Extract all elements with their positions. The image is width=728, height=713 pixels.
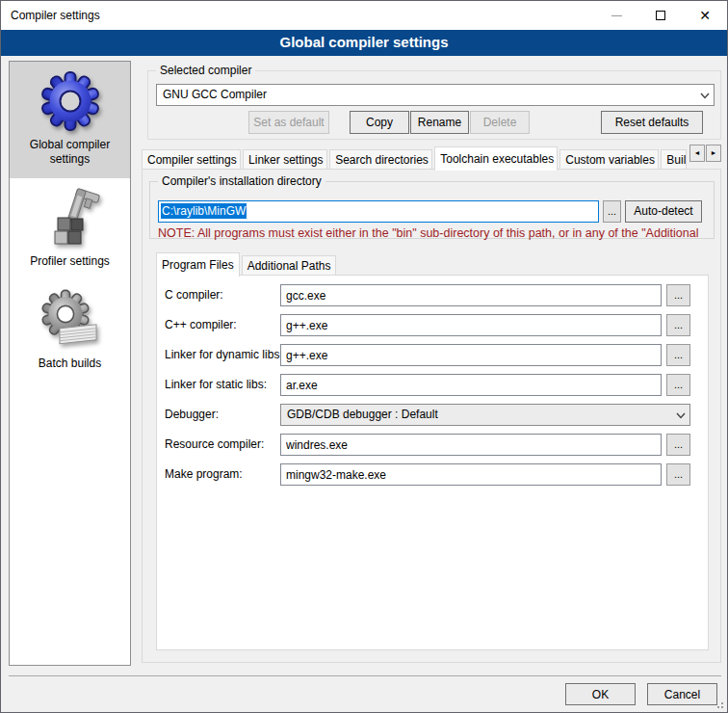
debugger-value: GDB/CDB debugger : Default xyxy=(287,408,438,421)
installation-directory-group-label: Compiler's installation directory xyxy=(158,174,325,188)
maximize-button[interactable] xyxy=(638,1,683,30)
selected-compiler-value: GNU GCC Compiler xyxy=(163,88,267,101)
installation-directory-input[interactable]: C:\raylib\MinGW xyxy=(158,200,599,223)
make-program-label: Make program: xyxy=(165,467,243,481)
blue-gear-icon xyxy=(39,69,102,133)
linker-static-label: Linker for static libs: xyxy=(165,378,267,391)
resource-compiler-browse-button[interactable]: ... xyxy=(666,434,690,456)
resource-compiler-label: Resource compiler: xyxy=(165,437,264,451)
maximize-icon xyxy=(656,11,665,20)
cancel-button[interactable]: Cancel xyxy=(647,683,717,705)
sidebar-item-profiler-settings[interactable]: Profiler settings xyxy=(10,178,130,280)
close-button[interactable]: ✕ xyxy=(683,1,727,30)
sidebar-item-label: Profiler settings xyxy=(30,254,110,268)
reset-defaults-button[interactable]: Reset defaults xyxy=(601,111,703,134)
cpp-compiler-input[interactable] xyxy=(280,314,662,336)
installation-directory-value: C:\raylib\MinGW xyxy=(161,203,247,219)
installation-directory-browse-button[interactable]: ... xyxy=(603,200,621,223)
cpp-compiler-browse-button[interactable]: ... xyxy=(666,314,690,336)
close-icon: ✕ xyxy=(699,9,711,22)
tab-build-options[interactable]: Build options xyxy=(661,149,687,170)
titlebar: Compiler settings ✕ xyxy=(1,1,727,30)
make-program-input[interactable] xyxy=(280,463,662,486)
linker-dynamic-browse-button[interactable]: ... xyxy=(666,344,690,366)
selected-compiler-group: Selected compiler GNU GCC Compiler Set a… xyxy=(147,70,721,140)
sidebar-item-global-compiler-settings[interactable]: Global compiler settings xyxy=(10,62,130,178)
dialog-header: Global compiler settings xyxy=(1,30,727,56)
ok-button[interactable]: OK xyxy=(565,683,636,705)
toolchain-executables-panel: Compiler's installation directory C:\ray… xyxy=(142,169,721,663)
tab-additional-paths[interactable]: Additional Paths xyxy=(242,255,337,276)
tab-scroll-left-icon[interactable]: ◄ xyxy=(689,145,705,162)
c-compiler-label: C compiler: xyxy=(165,288,223,302)
linker-dynamic-label: Linker for dynamic libs: xyxy=(165,348,283,361)
gray-gear-stack-icon xyxy=(39,288,102,352)
tab-linker-settings[interactable]: Linker settings xyxy=(243,149,327,170)
minimize-icon xyxy=(611,15,622,16)
linker-dynamic-input[interactable] xyxy=(280,344,662,366)
resource-compiler-input[interactable] xyxy=(280,434,662,456)
c-compiler-input[interactable] xyxy=(280,284,662,306)
program-files-tabs: Program Files Additional Paths xyxy=(156,251,695,276)
compiler-tabs: Compiler settings Linker settings Search… xyxy=(142,145,721,170)
debugger-dropdown[interactable]: GDB/CDB debugger : Default xyxy=(280,404,690,426)
delete-button[interactable]: Delete xyxy=(470,111,530,134)
installation-directory-group: Compiler's installation directory C:\ray… xyxy=(149,181,715,239)
minimize-button[interactable] xyxy=(594,1,638,30)
tab-program-files[interactable]: Program Files xyxy=(156,252,240,277)
settings-category-list: Global compiler settings Profiler settin… xyxy=(9,61,131,666)
compiler-settings-dialog: Compiler settings ✕ Global compiler sett… xyxy=(0,0,728,713)
linker-static-browse-button[interactable]: ... xyxy=(666,374,690,396)
caliper-icon xyxy=(39,186,102,250)
chevron-down-icon xyxy=(700,92,708,100)
selected-compiler-dropdown[interactable]: GNU GCC Compiler xyxy=(156,84,715,106)
tab-custom-variables[interactable]: Custom variables xyxy=(559,149,659,170)
sidebar-item-label: Global compiler settings xyxy=(30,138,110,166)
linker-static-input[interactable] xyxy=(280,374,662,396)
auto-detect-button[interactable]: Auto-detect xyxy=(625,200,702,223)
tab-scroll-right-icon[interactable]: ► xyxy=(706,145,721,162)
copy-button[interactable]: Copy xyxy=(350,111,409,134)
program-files-panel: C compiler: ... C++ compiler: ... Linker… xyxy=(156,275,709,650)
debugger-label: Debugger: xyxy=(165,408,219,421)
tab-toolchain-executables[interactable]: Toolchain executables xyxy=(434,146,558,171)
resize-grip[interactable] xyxy=(715,700,724,709)
footer-divider xyxy=(9,675,721,676)
installation-directory-note: NOTE: All programs must exist either in … xyxy=(158,226,711,240)
cpp-compiler-label: C++ compiler: xyxy=(165,318,237,331)
tab-search-directories[interactable]: Search directories xyxy=(329,149,432,170)
chevron-down-icon xyxy=(676,412,684,420)
tab-scroll-arrows: ◄ ► xyxy=(689,145,721,162)
window-title: Compiler settings xyxy=(11,1,100,30)
rename-button[interactable]: Rename xyxy=(410,111,469,134)
selected-compiler-group-label: Selected compiler xyxy=(156,64,255,77)
c-compiler-browse-button[interactable]: ... xyxy=(666,284,690,306)
sidebar-item-batch-builds[interactable]: Batch builds xyxy=(10,280,130,383)
sidebar-item-label: Batch builds xyxy=(39,356,101,370)
make-program-browse-button[interactable]: ... xyxy=(666,463,690,486)
tab-compiler-settings[interactable]: Compiler settings xyxy=(142,149,241,170)
set-as-default-button[interactable]: Set as default xyxy=(248,111,329,134)
